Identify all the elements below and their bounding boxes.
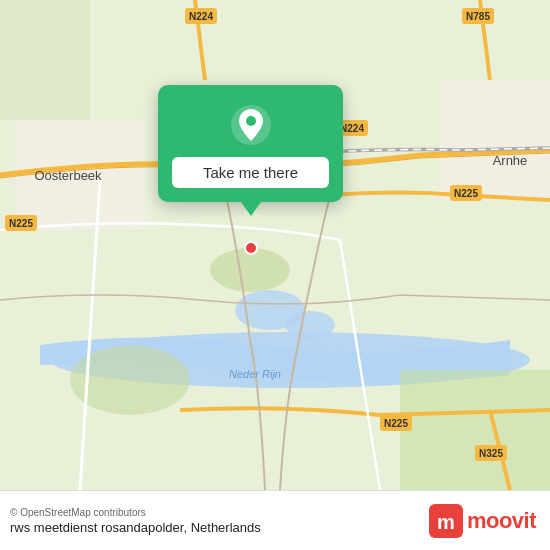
take-me-there-button[interactable]: Take me there: [172, 157, 329, 188]
location-name: rws meetdienst rosandapolder, Netherland…: [10, 520, 261, 535]
moovit-logo: m moovit: [429, 504, 536, 538]
svg-text:N224: N224: [340, 123, 364, 134]
svg-point-3: [285, 311, 335, 339]
svg-text:Oosterbeek: Oosterbeek: [34, 168, 102, 183]
svg-text:Arnhe: Arnhe: [493, 153, 528, 168]
svg-text:N225: N225: [454, 188, 478, 199]
svg-text:N225: N225: [384, 418, 408, 429]
map-background: N224 N785 N224 N225 N225 N325 N225 Ooste…: [0, 0, 550, 490]
svg-point-27: [245, 242, 257, 254]
svg-rect-6: [400, 370, 550, 490]
map-container: N224 N785 N224 N225 N225 N325 N225 Ooste…: [0, 0, 550, 490]
svg-text:N224: N224: [189, 11, 213, 22]
copyright-text: © OpenStreetMap contributors: [10, 507, 261, 518]
svg-text:N325: N325: [479, 448, 503, 459]
footer-left: © OpenStreetMap contributors rws meetdie…: [10, 507, 261, 535]
footer-bar: © OpenStreetMap contributors rws meetdie…: [0, 490, 550, 550]
svg-point-29: [246, 116, 256, 126]
location-pin-icon: [229, 103, 273, 147]
popup-card: Take me there: [158, 85, 343, 202]
svg-text:N225: N225: [9, 218, 33, 229]
svg-text:Neder Rijn: Neder Rijn: [229, 368, 281, 380]
svg-rect-5: [0, 0, 90, 120]
moovit-icon: m: [429, 504, 463, 538]
svg-text:N785: N785: [466, 11, 490, 22]
svg-text:m: m: [437, 511, 455, 533]
svg-rect-9: [440, 80, 550, 200]
moovit-brand-text: moovit: [467, 508, 536, 534]
